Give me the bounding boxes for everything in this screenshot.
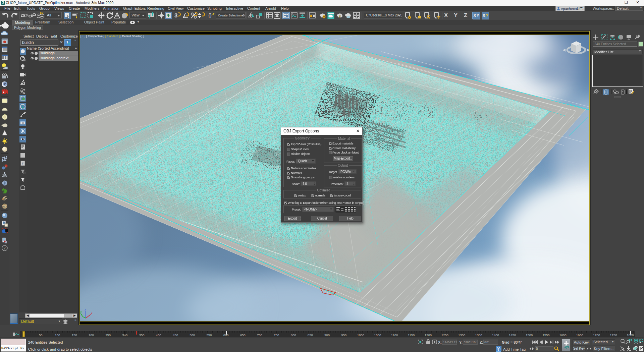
svg-text:HF: HF	[2, 198, 5, 200]
svg-text:1750: 1750	[610, 333, 617, 337]
svg-text:1400: 1400	[492, 333, 499, 337]
svg-text:1600: 1600	[559, 333, 567, 337]
svg-text:1000: 1000	[357, 333, 364, 337]
svg-text:z: z	[85, 308, 86, 311]
svg-text:1500: 1500	[526, 333, 533, 337]
svg-text:1350: 1350	[475, 333, 482, 337]
svg-text:100: 100	[55, 333, 60, 337]
svg-text:500: 500	[190, 333, 195, 337]
svg-text:1550: 1550	[542, 333, 549, 337]
svg-text:y: y	[80, 310, 82, 314]
svg-text:850: 850	[308, 333, 313, 337]
svg-text:1250: 1250	[441, 333, 448, 337]
svg-text:{}: {}	[208, 12, 212, 18]
svg-text:1450: 1450	[509, 333, 516, 337]
svg-text:3: 3	[174, 12, 177, 19]
svg-text:150: 150	[72, 333, 77, 337]
svg-text:1700: 1700	[593, 333, 600, 337]
svg-text:750: 750	[274, 333, 279, 337]
svg-text:?: ?	[4, 246, 6, 250]
svg-text:F: F	[22, 162, 24, 165]
svg-text:900: 900	[324, 333, 330, 337]
svg-text:200: 200	[89, 333, 94, 337]
svg-text:1200: 1200	[425, 333, 432, 337]
svg-text:1050: 1050	[374, 333, 381, 337]
svg-text:350: 350	[139, 333, 145, 337]
svg-text:950: 950	[341, 333, 346, 337]
svg-text:550: 550	[207, 333, 212, 337]
svg-text:800: 800	[291, 333, 296, 337]
svg-text:1100: 1100	[391, 333, 398, 337]
svg-text:x: x	[91, 311, 93, 315]
svg-text:250: 250	[105, 333, 111, 337]
svg-text:1650: 1650	[576, 333, 583, 337]
svg-text:[ + ] [ Perspective ] [ Standa: [ + ] [ Perspective ] [ Standard ] [ Def…	[80, 35, 144, 38]
svg-text:650: 650	[240, 333, 246, 337]
svg-text:450: 450	[173, 333, 178, 337]
svg-text:0x: 0x	[2, 206, 5, 208]
svg-text:400: 400	[156, 333, 161, 337]
svg-text:700: 700	[257, 333, 262, 337]
svg-text:1150: 1150	[408, 333, 415, 337]
svg-text:1300: 1300	[458, 333, 465, 337]
svg-text:50: 50	[39, 333, 43, 337]
